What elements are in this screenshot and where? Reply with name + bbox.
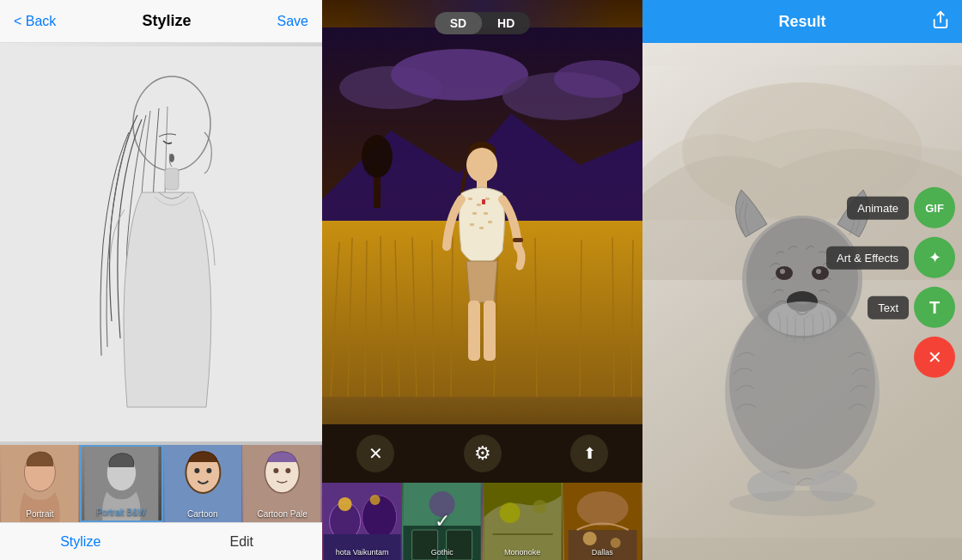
thumb-portrait-bw-label: Portrait B&W [96, 508, 146, 517]
svg-rect-3 [165, 168, 179, 190]
settings-button[interactable]: ⚙ [464, 435, 502, 472]
filter-vaikuntam-label: hota Vaikuntam [336, 548, 389, 557]
sketch-image [0, 43, 322, 445]
save-button[interactable]: Save [277, 14, 308, 29]
filter-mononoke[interactable]: Mononoke [483, 483, 563, 560]
thumb-portrait-bw[interactable]: Portrait B&W [80, 445, 163, 522]
text-icon: T [929, 297, 940, 317]
text-button[interactable]: T [914, 287, 955, 328]
svg-rect-49 [513, 238, 523, 242]
quality-selector: SD HD [435, 12, 531, 34]
thumb-portrait[interactable]: Portrait [0, 445, 80, 522]
tab-stylize[interactable]: Stylize [0, 523, 161, 560]
gif-icon: GIF [925, 201, 944, 214]
svg-rect-42 [485, 198, 490, 200]
back-button[interactable]: < Back [14, 14, 56, 29]
share-icon [931, 10, 950, 29]
art-effects-button[interactable]: ✦ [914, 237, 955, 278]
panel1-title: Stylize [142, 12, 191, 30]
art-effects-label: Art & Effects [826, 246, 909, 269]
close-icon: ✕ [928, 347, 942, 368]
svg-point-55 [338, 497, 352, 511]
filter-vaikuntam[interactable]: hota Vaikuntam [322, 483, 402, 560]
svg-rect-41 [477, 204, 481, 206]
svg-rect-47 [488, 221, 492, 223]
panel-stylize: < Back Stylize Save [0, 0, 322, 560]
animate-label: Animate [847, 196, 909, 219]
svg-point-66 [576, 491, 628, 526]
svg-point-14 [274, 468, 279, 473]
thumb-portrait-label: Portrait [26, 509, 53, 519]
filter-gothic-check: ✓ [435, 510, 450, 533]
filter-gothic-label: Gothic [431, 548, 454, 557]
share-result-button[interactable] [931, 10, 950, 33]
share-button[interactable]: ⬆ [570, 435, 608, 472]
svg-point-86 [729, 490, 875, 516]
svg-rect-45 [470, 223, 474, 226]
thumb-cartoon[interactable]: Cartoon [163, 445, 243, 522]
thumb-cartoon-label: Cartoon [187, 509, 218, 519]
panel1-main-image [0, 43, 322, 445]
panel-filter: SD HD [322, 0, 642, 560]
panel3-title: Result [778, 13, 825, 31]
text-row: Text T [868, 287, 962, 328]
panel1-header: < Back Stylize Save [0, 0, 322, 43]
text-label: Text [868, 295, 909, 319]
svg-point-68 [582, 532, 596, 545]
thumb-cartoon-pale[interactable]: Cartoon Pale [242, 445, 322, 522]
panel2-main-image [322, 0, 642, 424]
panel3-header: Result [642, 0, 962, 43]
svg-point-69 [610, 538, 620, 548]
svg-point-81 [816, 269, 821, 274]
panel1-bottom-tabs: Stylize Edit [0, 522, 322, 560]
close-result-button[interactable]: ✕ [914, 337, 955, 378]
svg-point-10 [194, 468, 199, 473]
svg-rect-44 [484, 212, 488, 215]
quality-sd-button[interactable]: SD [435, 12, 482, 34]
panel2-controls: ✕ ⚙ ⬆ [322, 424, 642, 483]
sparkle-icon: ✦ [929, 248, 941, 267]
animate-row: Animate GIF [847, 187, 962, 228]
panel1-thumbnails: Portrait Portrait B&W Cartoon [0, 445, 322, 522]
quality-hd-button[interactable]: HD [482, 12, 530, 34]
close-button[interactable]: ✕ [356, 435, 394, 472]
panel3-dog-image: Animate GIF Art & Effects ✦ Text T ✕ [642, 43, 962, 560]
svg-point-22 [362, 135, 393, 178]
svg-point-38 [466, 148, 497, 182]
filter-gothic[interactable]: ✓ Gothic [402, 483, 482, 560]
close-row: ✕ [914, 337, 962, 378]
side-action-buttons: Animate GIF Art & Effects ✦ Text T ✕ [826, 187, 962, 378]
panel-result: Result [642, 0, 962, 560]
svg-point-56 [370, 495, 381, 505]
svg-point-11 [206, 468, 211, 473]
svg-rect-46 [479, 227, 484, 229]
svg-point-15 [286, 468, 291, 473]
art-image [322, 0, 642, 424]
svg-rect-40 [468, 198, 472, 200]
svg-rect-50 [468, 301, 480, 361]
svg-point-20 [554, 60, 640, 98]
svg-rect-48 [482, 199, 485, 204]
filter-dallas-label: Dallas [592, 548, 613, 557]
svg-point-63 [499, 502, 520, 523]
filter-strip: hota Vaikuntam ✓ Gothic [322, 483, 642, 560]
svg-rect-51 [484, 301, 496, 361]
tab-edit[interactable]: Edit [161, 523, 323, 560]
animate-button[interactable]: GIF [914, 187, 955, 228]
art-effects-row: Art & Effects ✦ [826, 237, 962, 278]
filter-dallas[interactable]: Dallas [563, 483, 642, 560]
svg-rect-43 [472, 212, 477, 215]
svg-point-64 [533, 500, 546, 514]
thumb-cartoon-pale-label: Cartoon Pale [257, 509, 307, 519]
svg-point-80 [780, 269, 785, 274]
filter-mononoke-label: Mononoke [504, 548, 540, 557]
